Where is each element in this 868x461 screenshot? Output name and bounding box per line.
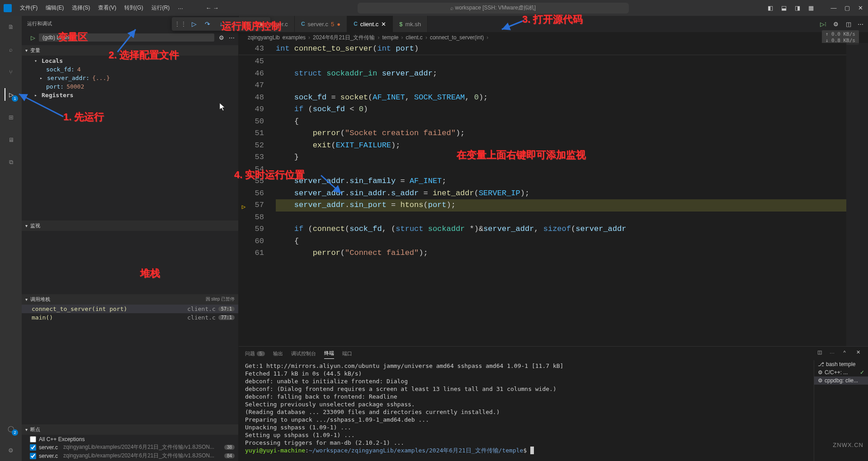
menu-item[interactable]: … bbox=[174, 2, 187, 14]
bp-checkbox[interactable] bbox=[30, 453, 36, 459]
sidebar-title: 运行和调试 bbox=[27, 20, 52, 27]
terminal-session[interactable]: ⚙cppdbg: clie... bbox=[814, 376, 868, 385]
variables-section[interactable]: ▾变量 bbox=[22, 45, 238, 56]
panel-tab[interactable]: 端口 bbox=[342, 348, 352, 359]
menu-item[interactable]: 转到(G) bbox=[121, 2, 146, 14]
start-debug-icon[interactable]: ▷ bbox=[31, 34, 35, 41]
minimap[interactable] bbox=[846, 43, 868, 346]
editor-tab[interactable]: $mk.sh bbox=[393, 16, 428, 32]
panel-close-icon[interactable]: ✕ bbox=[854, 349, 862, 356]
breakpoint-row[interactable]: server.czqingyangLib/examples/2024年6月21日… bbox=[22, 452, 238, 460]
step-out-icon[interactable]: ↑ bbox=[230, 19, 240, 29]
nav-back-icon[interactable]: ← bbox=[205, 5, 212, 12]
search-text: workspace [SSH: VMware虚拟机] bbox=[455, 4, 536, 12]
terminal-session[interactable]: ⚙C/C++: ...✓ bbox=[814, 368, 868, 376]
debug-restart-icon[interactable]: ▷⁝ bbox=[820, 20, 827, 28]
code-editor[interactable]: 43 int connect_to_server(int port) ▷ 454… bbox=[239, 43, 868, 346]
account-icon[interactable]: ◯2 bbox=[5, 422, 17, 435]
extensions-icon[interactable]: ⊞ bbox=[5, 111, 17, 123]
bottom-panel: 问题5输出调试控制台终端端口 ◫ ⋯ ^ ✕ Get:1 http://mirr… bbox=[239, 346, 868, 461]
activity-bar: 🗎 ⌕ ⑂ ▷1 ⊞ 🖥 ⧉ ◯2 ⚙ bbox=[0, 16, 22, 461]
breadcrumb-item[interactable]: 2024年6月21日_文件传输 bbox=[313, 34, 375, 42]
debug-badge: 1 bbox=[12, 95, 18, 102]
other-icon[interactable]: ⧉ bbox=[5, 156, 17, 169]
menu-item[interactable]: 选择(S) bbox=[68, 2, 94, 14]
bp-checkbox[interactable] bbox=[30, 436, 36, 442]
watermark: ZNWX.CN bbox=[833, 442, 863, 448]
drag-handle-icon[interactable]: ⋮⋮ bbox=[175, 19, 185, 29]
run-debug-icon[interactable]: ▷1 bbox=[5, 88, 17, 101]
breadcrumbs[interactable]: zqingyangLibexamples›2024年6月21日_文件传输›tem… bbox=[239, 32, 868, 43]
settings-icon[interactable]: ⚙ bbox=[5, 444, 17, 456]
min-icon[interactable]: — bbox=[830, 5, 837, 12]
panel-tab[interactable]: 输出 bbox=[273, 348, 283, 359]
variable-row[interactable]: port: 50002 bbox=[25, 82, 238, 91]
panel-tab[interactable]: 终端 bbox=[324, 348, 334, 359]
layout-grid-icon[interactable]: ▦ bbox=[807, 5, 815, 12]
bp-all-exceptions[interactable]: All C++ Exceptions bbox=[22, 436, 238, 443]
panel-max-icon[interactable]: ^ bbox=[841, 349, 848, 356]
sticky-scroll[interactable]: 43 int connect_to_server(int port) bbox=[239, 43, 846, 55]
menu-item[interactable]: 查看(V) bbox=[94, 2, 120, 14]
breadcrumb-item[interactable]: temple bbox=[382, 34, 398, 41]
debug-sidebar: 运行和调试⋯ ▷ (gdb) Launch ⚙ ⋯ ▾变量 ▾Locals so… bbox=[22, 16, 239, 461]
panel-tab[interactable]: 调试控制台 bbox=[291, 348, 316, 359]
explorer-icon[interactable]: 🗎 bbox=[5, 20, 17, 33]
menu-item[interactable]: 运行(R) bbox=[148, 2, 174, 14]
layout-left-icon[interactable]: ◧ bbox=[767, 5, 774, 12]
split-icon[interactable]: ◫ bbox=[845, 20, 852, 28]
menu-item[interactable]: 文件(F) bbox=[16, 2, 41, 14]
menu-bar: 文件(F)编辑(E)选择(S)查看(V)转到(G)运行(R)… bbox=[16, 2, 187, 14]
scm-icon[interactable]: ⑂ bbox=[5, 66, 17, 78]
close-icon[interactable]: ✕ bbox=[857, 5, 864, 12]
tab-more-icon[interactable]: ⋯ bbox=[858, 21, 863, 28]
app-icon bbox=[4, 4, 12, 12]
nav-fwd-icon[interactable]: → bbox=[212, 5, 219, 12]
max-icon[interactable]: ▢ bbox=[844, 5, 851, 12]
breadcrumb-item[interactable]: zqingyangLib bbox=[248, 34, 280, 41]
editor-tab[interactable]: Cclient.c✕ bbox=[347, 16, 393, 32]
gear-icon[interactable]: ⚙ bbox=[218, 34, 225, 41]
editor-area: CmusicPlayer.cCserver.c5●Cclient.c✕$mk.s… bbox=[239, 16, 868, 461]
layout-right-icon[interactable]: ◨ bbox=[794, 5, 801, 12]
continue-icon[interactable]: ▷ bbox=[189, 19, 199, 29]
watch-section[interactable]: ▾监视 bbox=[22, 221, 238, 231]
tab-close-icon[interactable]: ✕ bbox=[381, 21, 386, 28]
terminal-session[interactable]: ⎇bash temple bbox=[814, 360, 868, 368]
breadcrumb-item[interactable]: examples bbox=[283, 34, 306, 41]
callstack-frame[interactable]: connect_to_server(int port)client.c57:1 bbox=[22, 305, 238, 313]
terminal-output[interactable]: Get:1 http://mirrors.aliyun.com/ubuntu j… bbox=[239, 360, 814, 461]
locals-node[interactable]: ▾Locals bbox=[25, 56, 238, 65]
command-center[interactable]: ⌕ workspace [SSH: VMware虚拟机] bbox=[358, 3, 629, 14]
search-act-icon[interactable]: ⌕ bbox=[5, 43, 17, 56]
debug-toolbar[interactable]: ⋮⋮ ▷ ↷ ↓ ↑ ↻ ■ bbox=[172, 17, 270, 31]
title-bar: 文件(F)编辑(E)选择(S)查看(V)转到(G)运行(R)… ← → ⌕ wo… bbox=[0, 0, 868, 16]
variable-row[interactable]: ▸server_addr: {...} bbox=[25, 74, 238, 82]
search-icon: ⌕ bbox=[450, 5, 453, 11]
breakpoint-row[interactable]: server.czqingyangLib/examples/2024年6月21日… bbox=[22, 443, 238, 452]
callstack-section[interactable]: ▾调用堆栈因 step 已暂停 bbox=[22, 294, 238, 305]
more-icon[interactable]: ⋯ bbox=[229, 34, 235, 41]
callstack-frame[interactable]: main()client.c77:1 bbox=[22, 313, 238, 322]
panel-more-icon[interactable]: ⋯ bbox=[830, 349, 835, 358]
step-into-icon[interactable]: ↓ bbox=[216, 19, 226, 29]
remote-icon[interactable]: 🖥 bbox=[5, 133, 17, 146]
breakpoints-section[interactable]: ▾断点 bbox=[22, 424, 238, 435]
breadcrumb-item[interactable]: connect_to_server(int) bbox=[430, 34, 484, 41]
editor-tabs: CmusicPlayer.cCserver.c5●Cclient.c✕$mk.s… bbox=[239, 16, 868, 32]
breadcrumb-item[interactable]: client.c bbox=[406, 34, 423, 41]
variable-row[interactable]: sock_fd: 4 bbox=[25, 65, 238, 74]
panel-tab[interactable]: 问题5 bbox=[245, 348, 265, 359]
tab-gear-icon[interactable]: ⚙ bbox=[832, 20, 840, 28]
editor-tab[interactable]: Cserver.c5● bbox=[295, 16, 347, 32]
step-over-icon[interactable]: ↷ bbox=[203, 19, 212, 29]
launch-config-select[interactable]: (gdb) Launch bbox=[39, 33, 214, 42]
stop-icon[interactable]: ■ bbox=[257, 19, 267, 29]
menu-item[interactable]: 编辑(E) bbox=[42, 2, 67, 14]
registers-node[interactable]: ▸Registers bbox=[25, 91, 238, 99]
restart-icon[interactable]: ↻ bbox=[243, 19, 253, 29]
panel-tabs: 问题5输出调试控制台终端端口 ◫ ⋯ ^ ✕ bbox=[239, 347, 868, 360]
panel-split-icon[interactable]: ◫ bbox=[816, 349, 823, 356]
layout-bottom-icon[interactable]: ⬓ bbox=[780, 5, 788, 12]
bp-checkbox[interactable] bbox=[30, 444, 36, 451]
